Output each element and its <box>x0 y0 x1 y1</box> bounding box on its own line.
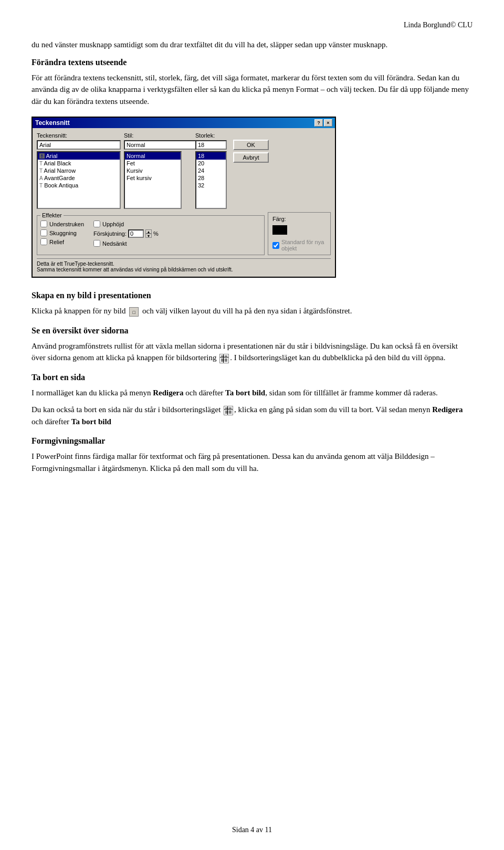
storlek-listbox[interactable]: 18 20 24 28 32 <box>195 151 227 209</box>
ta-bort-bold2: Ta bort bild <box>71 417 111 426</box>
page: Linda Borglund© CLU du ned vänster muskn… <box>0 0 504 850</box>
dialog-buttons: OK Avbryt <box>233 140 269 209</box>
preview-line1: Detta är ett TrueType-teckensnitt. <box>37 261 331 267</box>
listbox-item-arial[interactable]: 🅱 Arial <box>38 152 120 160</box>
forsk-unit: % <box>153 230 159 237</box>
dialog-title: Teckensnitt <box>35 119 70 127</box>
redigera-bold2: Redigera <box>432 405 463 414</box>
delete-slide-text2: Du kan också ta bort en sida när du står… <box>32 404 472 427</box>
new-slide-icon: □ <box>129 307 139 317</box>
delete-slide-section: Ta bort en sida I normalläget kan du kli… <box>32 371 472 428</box>
header-title: Linda Borglund© CLU <box>404 21 472 29</box>
new-slide-heading: Skapa en ny bild i presentationen <box>32 289 472 302</box>
footer-text: Sidan 4 av 11 <box>232 826 272 834</box>
listbox-item-arial-narrow[interactable]: T Arial Narrow <box>38 167 120 174</box>
stil-label: Stil: <box>124 132 192 139</box>
spinner-up[interactable]: ▲ <box>145 229 152 234</box>
overview-text: Använd programfönstrets rullist för att … <box>32 340 472 364</box>
listbox-item-20[interactable]: 20 <box>196 160 226 167</box>
dialog-body: Teckensnitt: Arial 🅱 Arial T Arial Black… <box>33 128 335 277</box>
templates-text: I PowerPoint finns färdiga mallar för te… <box>32 450 472 474</box>
understruken-label: Understruken <box>49 221 84 227</box>
understruken-row: Understruken <box>40 221 84 227</box>
color-swatch[interactable] <box>272 225 287 235</box>
listbox-item-24[interactable]: 24 <box>196 167 226 174</box>
dialog-container: Teckensnitt ? × Teckensnitt: Arial 🅱 Ari… <box>32 117 472 278</box>
listbox-item-kursiv[interactable]: Kursiv <box>125 167 181 174</box>
overview-heading: Se en översikt över sidorna <box>32 324 472 337</box>
teckensnitt-col: Teckensnitt: Arial 🅱 Arial T Arial Black… <box>37 132 121 209</box>
upphoejd-row: Upphöjd <box>93 221 159 227</box>
intro-text1: du ned vänster musknapp samtidigt som du… <box>32 39 472 51</box>
bildsortering-icon <box>219 354 229 363</box>
storlek-col: Storlek: 18 18 20 24 28 32 <box>195 132 227 209</box>
stil-col: Stil: Normal Normal Fet Kursiv Fet kursi… <box>124 132 192 209</box>
preview-info: Detta är ett TrueType-teckensnitt. Samma… <box>37 258 331 272</box>
storlek-input[interactable]: 18 <box>195 140 227 150</box>
teckensnitt-label: Teckensnitt: <box>37 132 121 139</box>
delete-slide-heading: Ta bort en sida <box>32 371 472 384</box>
nedsankt-checkbox[interactable] <box>93 240 100 247</box>
forsk-input[interactable] <box>128 229 144 238</box>
understruken-checkbox[interactable] <box>40 221 47 227</box>
dialog-titlebar: Teckensnitt ? × <box>33 118 335 128</box>
delete-slide-text: I normalläget kan du klicka på menyn Red… <box>32 387 472 399</box>
overview-section: Se en översikt över sidorna Använd progr… <box>32 324 472 364</box>
upphoejd-label: Upphöjd <box>102 221 124 227</box>
effekter-legend: Effekter <box>40 212 64 218</box>
standard-row: Standard för nya objekt <box>272 239 326 251</box>
redigera-bold1: Redigera <box>153 389 183 397</box>
listbox-item-18[interactable]: 18 <box>196 152 226 160</box>
ok-button[interactable]: OK <box>233 140 269 150</box>
relief-row: Relief <box>40 238 84 245</box>
listbox-item-normal[interactable]: Normal <box>125 152 181 160</box>
skuggning-label: Skuggning <box>49 230 77 236</box>
avbryt-button[interactable]: Avbryt <box>233 152 269 163</box>
new-slide-section: Skapa en ny bild i presentationen Klicka… <box>32 289 472 317</box>
templates-section: Formgivningsmallar I PowerPoint finns fä… <box>32 435 472 474</box>
listbox-item-avantgarde[interactable]: A AvantGarde <box>38 174 120 182</box>
new-slide-text: Klicka på knappen för ny bild □ och välj… <box>32 305 472 317</box>
ta-bort-bold1: Ta bort bild <box>225 389 265 397</box>
nedsankt-label: Nedsänkt <box>102 240 127 247</box>
listbox-item-32[interactable]: 32 <box>196 182 226 189</box>
skuggning-row: Skuggning <box>40 229 84 236</box>
close-button[interactable]: × <box>324 119 332 127</box>
standard-label: Standard för nya objekt <box>281 239 326 251</box>
standard-checkbox[interactable] <box>272 242 279 249</box>
skuggning-checkbox[interactable] <box>40 229 47 236</box>
forsk-label: Förskjutning: <box>93 230 127 237</box>
forsk-row: Förskjutning: ▲ ▼ % <box>93 229 159 238</box>
new-slide-text1: Klicka på knappen för ny bild <box>32 307 128 315</box>
forsk-spinner[interactable]: ▲ ▼ <box>145 229 152 238</box>
titlebar-buttons: ? × <box>314 119 332 127</box>
teckensnitt-listbox[interactable]: 🅱 Arial T Arial Black T Arial Narrow A A… <box>37 151 121 209</box>
listbox-item-arial-black[interactable]: T Arial Black <box>38 160 120 167</box>
dialog-columns: Teckensnitt: Arial 🅱 Arial T Arial Black… <box>37 132 331 209</box>
farger-label: Färg: <box>272 216 326 222</box>
page-header: Linda Borglund© CLU <box>32 21 472 29</box>
section-heading-1: Förändra textens utseende <box>32 56 472 69</box>
teckensnitt-input[interactable]: Arial <box>37 140 121 150</box>
preview-line2: Samma teckensnitt kommer att användas vi… <box>37 267 331 272</box>
upphoejd-checkbox[interactable] <box>93 221 100 227</box>
listbox-item-28[interactable]: 28 <box>196 174 226 182</box>
farger-box: Färg: Standard för nya objekt <box>268 212 331 255</box>
storlek-label: Storlek: <box>195 132 227 139</box>
nedsankt-row: Nedsänkt <box>93 240 159 247</box>
templates-heading: Formgivningsmallar <box>32 435 472 447</box>
new-slide-text2: och välj vilken layout du vill ha på den… <box>142 307 352 315</box>
effekter-farger-row: Effekter Understruken Skuggning <box>37 212 331 255</box>
relief-label: Relief <box>49 239 64 245</box>
listbox-item-fet-kursiv[interactable]: Fet kursiv <box>125 174 181 182</box>
intro-text2: För att förändra textens teckensnitt, st… <box>32 72 472 108</box>
stil-listbox[interactable]: Normal Fet Kursiv Fet kursiv <box>124 151 182 209</box>
help-button[interactable]: ? <box>314 119 323 127</box>
teckensnitt-dialog: Teckensnitt ? × Teckensnitt: Arial 🅱 Ari… <box>32 117 336 278</box>
effekter-box: Effekter Understruken Skuggning <box>37 212 265 255</box>
listbox-item-fet[interactable]: Fet <box>125 160 181 167</box>
page-footer: Sidan 4 av 11 <box>0 826 504 834</box>
spinner-down[interactable]: ▼ <box>145 234 152 238</box>
listbox-item-book-antiqua[interactable]: T Book Antiqua <box>38 182 120 189</box>
relief-checkbox[interactable] <box>40 238 47 245</box>
